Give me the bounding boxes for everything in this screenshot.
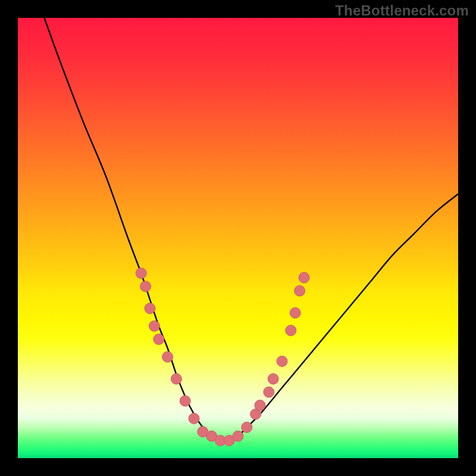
- curve-marker: [299, 273, 309, 283]
- curve-marker: [162, 352, 173, 362]
- bottleneck-curve: [44, 18, 458, 441]
- curve-marker: [286, 325, 296, 336]
- curve-marker: [171, 374, 181, 384]
- curve-marker: [264, 387, 274, 397]
- chart-frame: TheBottleneck.com: [0, 0, 476, 476]
- curve-markers: [136, 268, 309, 446]
- curve-marker: [154, 334, 164, 345]
- curve-marker: [140, 281, 151, 292]
- curve-marker: [189, 413, 199, 424]
- curve-marker: [145, 303, 155, 314]
- curve-layer: [18, 18, 458, 458]
- curve-marker: [180, 396, 190, 406]
- curve-marker: [290, 308, 300, 318]
- curve-marker: [277, 356, 287, 367]
- curve-marker: [149, 321, 159, 331]
- curve-marker: [242, 422, 252, 433]
- curve-marker: [233, 431, 243, 441]
- curve-marker: [268, 374, 278, 384]
- plot-area: [18, 18, 458, 458]
- curve-marker: [255, 400, 265, 411]
- watermark-label: TheBottleneck.com: [335, 2, 469, 19]
- curve-marker: [136, 268, 146, 278]
- curve-marker: [295, 286, 305, 296]
